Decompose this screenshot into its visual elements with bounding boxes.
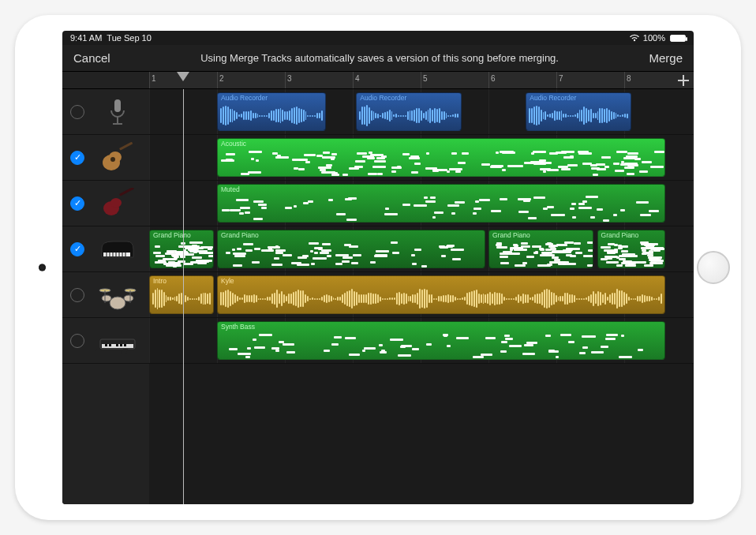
svg-rect-30 <box>120 344 122 346</box>
workspace: Audio RecorderAudio RecorderAudio Record… <box>62 89 694 504</box>
svg-rect-33 <box>122 349 128 354</box>
region-piano-0[interactable]: Grand Piano <box>149 230 214 268</box>
plus-icon <box>678 75 689 86</box>
acoustic-guitar-icon <box>94 141 141 174</box>
region-piano-1[interactable]: Grand Piano <box>217 230 485 268</box>
track-select-bass[interactable] <box>70 196 84 211</box>
track-header-keys[interactable] <box>62 318 149 364</box>
region-label: Synth Bass <box>221 323 255 331</box>
battery-icon <box>668 35 686 42</box>
region-voice-1[interactable]: Audio Recorder <box>356 92 461 131</box>
track-lane-acoustic[interactable]: Acoustic <box>149 135 694 181</box>
region-piano-3[interactable]: Grand Piano <box>597 230 665 268</box>
track-header-bass[interactable] <box>62 181 149 226</box>
svg-point-8 <box>110 198 122 208</box>
bar-label: 7 <box>559 74 563 83</box>
merge-button[interactable]: Merge <box>649 51 683 65</box>
svg-point-4 <box>109 152 122 163</box>
bar-label: 8 <box>627 74 631 83</box>
region-label: Grand Piano <box>492 231 530 239</box>
grand-piano-icon <box>94 233 141 266</box>
region-label: Audio Recorder <box>221 94 268 102</box>
bar-label: 3 <box>287 74 292 83</box>
timeline-ruler-row: 12345678 <box>62 72 694 89</box>
svg-rect-1 <box>117 117 118 123</box>
battery-percent: 100% <box>643 33 665 43</box>
drum-kit-icon <box>94 279 141 312</box>
track-lane-drums[interactable]: IntroKyle <box>149 272 694 318</box>
region-voice-0[interactable]: Audio Recorder <box>217 92 326 131</box>
bass-guitar-icon <box>94 187 141 220</box>
home-button[interactable] <box>697 251 730 284</box>
status-date: Tue Sep 10 <box>107 33 151 43</box>
region-label: Audio Recorder <box>360 94 406 102</box>
svg-point-18 <box>110 297 125 309</box>
track-header-piano[interactable] <box>62 226 149 272</box>
front-camera <box>39 264 46 271</box>
region-acoustic-0[interactable]: Acoustic <box>217 138 665 177</box>
svg-rect-6 <box>119 142 133 151</box>
add-track-button[interactable] <box>673 72 694 88</box>
region-voice-2[interactable]: Audio Recorder <box>526 92 631 131</box>
merge-message: Using Merge Tracks automatically saves a… <box>110 52 649 64</box>
track-lane-keys[interactable]: Synth Bass <box>149 318 694 364</box>
ipad-device-frame: 9:41 AM Tue Sep 10 100% Cancel Using Mer… <box>15 15 741 520</box>
region-label: Grand Piano <box>153 231 191 239</box>
region-piano-2[interactable]: Grand Piano <box>488 230 593 268</box>
region-label: Grand Piano <box>601 231 639 239</box>
bar-label: 1 <box>152 74 156 83</box>
track-select-drums[interactable] <box>70 288 84 302</box>
bar-label: 4 <box>355 74 360 83</box>
region-keys-0[interactable]: Synth Bass <box>217 321 665 360</box>
timeline-ruler[interactable]: 12345678 <box>149 72 673 88</box>
track-select-keys[interactable] <box>70 334 84 348</box>
region-drums-0[interactable]: Intro <box>149 275 214 314</box>
track-lane-piano[interactable]: Grand PianoGrand PianoGrand PianoGrand P… <box>149 226 694 272</box>
region-label: Audio Recorder <box>530 94 576 102</box>
region-bass-0[interactable]: Muted <box>217 184 665 223</box>
track-select-acoustic[interactable] <box>70 151 84 165</box>
track-lane-voice[interactable]: Audio RecorderAudio RecorderAudio Record… <box>149 89 694 135</box>
status-time: 9:41 AM <box>70 33 102 43</box>
status-bar: 9:41 AM Tue Sep 10 100% <box>62 31 694 45</box>
svg-rect-9 <box>119 188 134 196</box>
track-select-piano[interactable] <box>70 242 84 256</box>
microphone-icon <box>94 95 141 129</box>
region-drums-1[interactable]: Kyle <box>217 275 665 314</box>
app-screen: 9:41 AM Tue Sep 10 100% Cancel Using Mer… <box>62 31 694 504</box>
svg-point-20 <box>124 295 133 301</box>
svg-rect-10 <box>103 253 130 256</box>
track-lane-area[interactable]: Audio RecorderAudio RecorderAudio Record… <box>149 89 694 364</box>
playhead[interactable] <box>177 72 189 81</box>
bar-label: 6 <box>491 74 496 83</box>
svg-rect-31 <box>124 344 126 346</box>
cancel-button[interactable]: Cancel <box>73 51 110 65</box>
bar-label: 2 <box>219 74 224 83</box>
wifi-icon <box>629 34 640 42</box>
svg-rect-32 <box>95 349 96 354</box>
track-header-acoustic[interactable] <box>62 135 149 181</box>
svg-rect-28 <box>109 344 111 346</box>
svg-rect-2 <box>113 123 122 125</box>
region-label: Acoustic <box>221 140 246 148</box>
track-header-voice[interactable] <box>62 89 149 135</box>
svg-point-5 <box>110 157 115 162</box>
keyboard-icon <box>94 324 141 357</box>
track-select-voice[interactable] <box>70 105 84 119</box>
svg-rect-29 <box>116 344 118 346</box>
region-label: Grand Piano <box>221 231 259 239</box>
track-header-column <box>62 89 149 504</box>
bar-label: 5 <box>423 74 428 83</box>
merge-toolbar: Cancel Using Merge Tracks automatically … <box>62 45 694 72</box>
ruler-sidebar-blank <box>62 72 149 88</box>
track-header-drums[interactable] <box>62 272 149 318</box>
svg-rect-27 <box>105 344 107 346</box>
svg-point-19 <box>102 295 111 301</box>
region-label: Muted <box>221 185 240 193</box>
svg-rect-0 <box>114 99 121 112</box>
region-label: Kyle <box>221 277 234 285</box>
track-lane-bass[interactable]: Muted <box>149 181 694 226</box>
region-label: Intro <box>153 277 167 285</box>
